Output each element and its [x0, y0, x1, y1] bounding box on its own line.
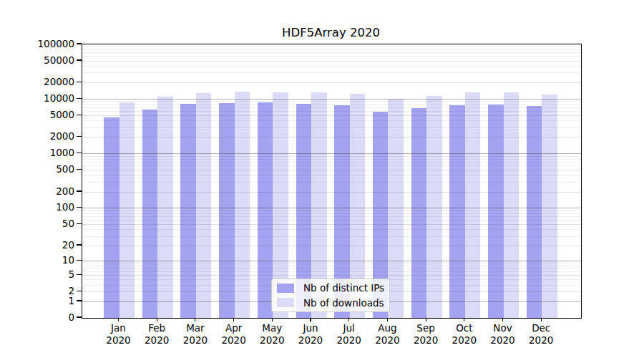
legend-label-distinct-ips: Nb of distinct IPs — [303, 282, 384, 294]
bar-distinct-ips-dec — [527, 106, 542, 318]
x-tick-label-may: May2020 — [252, 322, 292, 346]
bar-distinct-ips-jan — [104, 117, 119, 318]
gridline-minor — [82, 101, 581, 102]
x-tick-label-nov: Nov2020 — [483, 322, 523, 346]
gridline-minor — [82, 271, 581, 272]
x-tick-nov — [502, 318, 503, 321]
y-tick-label-0: 0 — [20, 311, 74, 324]
gridline-minor — [82, 175, 581, 176]
gridline-20 — [82, 246, 581, 246]
gridline-minor — [82, 156, 581, 157]
x-tick-mar — [195, 318, 195, 321]
gridline-minor — [82, 104, 581, 105]
gridline-minor — [82, 52, 581, 53]
x-tick-label-jan: Jan2020 — [99, 322, 139, 346]
x-tick-may — [272, 318, 273, 321]
y-tick-label-50: 50 — [20, 218, 74, 230]
legend-entry-distinct-ips: Nb of distinct IPs — [277, 282, 389, 294]
gridline-minor — [82, 165, 581, 166]
y-tick-10 — [77, 260, 82, 261]
x-tick-jan — [118, 318, 119, 321]
gridline-5000 — [82, 115, 581, 116]
gridline-minor — [82, 266, 581, 266]
y-tick-label-100: 100 — [20, 201, 74, 213]
y-tick-500 — [77, 169, 82, 170]
gridline-2000 — [82, 137, 581, 137]
gridline-minor — [82, 47, 581, 47]
gridline-200 — [82, 192, 581, 193]
gridline-minor — [82, 111, 581, 112]
y-tick-20000 — [77, 82, 82, 82]
x-tick-label-jun: Jun2020 — [291, 322, 331, 346]
legend-swatch-downloads — [277, 298, 294, 307]
y-tick-label-10: 10 — [20, 254, 74, 266]
y-tick-label-2: 2 — [20, 285, 74, 297]
y-tick-label-100000: 100000 — [20, 38, 74, 50]
gridline-minor — [82, 127, 581, 128]
y-tick-label-500: 500 — [20, 163, 74, 175]
x-tick-label-dec: Dec2020 — [521, 322, 561, 346]
y-tick-label-20: 20 — [20, 239, 74, 251]
gridline-minor — [82, 56, 581, 57]
y-tick-50 — [77, 223, 82, 224]
y-tick-label-5000: 5000 — [20, 109, 74, 121]
x-tick-label-jul: Jul2020 — [329, 322, 369, 346]
gridline-minor — [82, 120, 581, 121]
y-tick-label-5: 5 — [20, 268, 74, 281]
x-tick-apr — [233, 318, 234, 321]
y-tick-label-200: 200 — [20, 185, 74, 198]
y-tick-100000 — [77, 43, 82, 44]
gridline-50 — [82, 224, 581, 225]
x-tick-label-feb: Feb2020 — [137, 322, 177, 346]
x-tick-feb — [157, 318, 157, 321]
gridline-minor — [82, 72, 581, 73]
legend-swatch-distinct-ips — [277, 284, 294, 293]
gridline-10000 — [82, 99, 581, 100]
gridline-minor — [82, 107, 581, 108]
gridline-1000 — [82, 153, 581, 154]
y-tick-10000 — [77, 98, 82, 99]
gridline-minor — [82, 159, 581, 160]
gridline-500 — [82, 170, 581, 170]
y-tick-100 — [77, 207, 82, 208]
x-tick-jun — [310, 318, 311, 321]
gridline-minor — [82, 220, 581, 221]
y-tick-1000 — [77, 153, 82, 153]
x-tick-dec — [541, 318, 542, 321]
gridline-minor — [82, 49, 581, 50]
x-tick-oct — [464, 318, 464, 321]
gridline-minor — [82, 229, 581, 230]
y-tick-label-1000: 1000 — [20, 147, 74, 159]
download-stats-chart: HDF5Array 2020 0125102050100200500100020… — [0, 0, 644, 358]
legend-entry-downloads: Nb of downloads — [277, 297, 389, 309]
x-tick-label-apr: Apr2020 — [214, 322, 254, 346]
gridline-minor — [82, 213, 581, 214]
gridline-minor — [82, 236, 581, 237]
legend: Nb of distinct IPsNb of downloads — [271, 279, 390, 312]
x-tick-label-mar: Mar2020 — [175, 322, 215, 346]
y-tick-2 — [77, 291, 82, 291]
y-tick-5000 — [77, 115, 82, 115]
x-tick-label-sep: Sep2020 — [406, 322, 446, 346]
gridline-20000 — [82, 82, 581, 83]
x-tick-label-oct: Oct2020 — [444, 322, 484, 346]
gridline-minor — [82, 211, 581, 211]
y-tick-label-2000: 2000 — [20, 130, 74, 142]
y-tick-0 — [77, 316, 82, 317]
gridline-minor — [82, 182, 581, 183]
gridline-minor — [82, 263, 581, 263]
y-tick-label-50000: 50000 — [20, 54, 74, 67]
gridline-5 — [82, 275, 581, 276]
gridline-minor — [82, 66, 581, 67]
gridline-10 — [82, 261, 581, 261]
y-tick-label-10000: 10000 — [20, 92, 74, 105]
chart-title: HDF5Array 2020 — [82, 26, 580, 39]
y-tick-label-20000: 20000 — [20, 76, 74, 88]
y-tick-20 — [77, 244, 82, 245]
legend-label-downloads: Nb of downloads — [303, 297, 384, 309]
plot-area — [82, 44, 582, 319]
y-tick-1 — [77, 300, 82, 301]
gridline-50000 — [82, 61, 581, 62]
y-tick-2000 — [77, 136, 82, 137]
x-tick-aug — [387, 318, 388, 321]
